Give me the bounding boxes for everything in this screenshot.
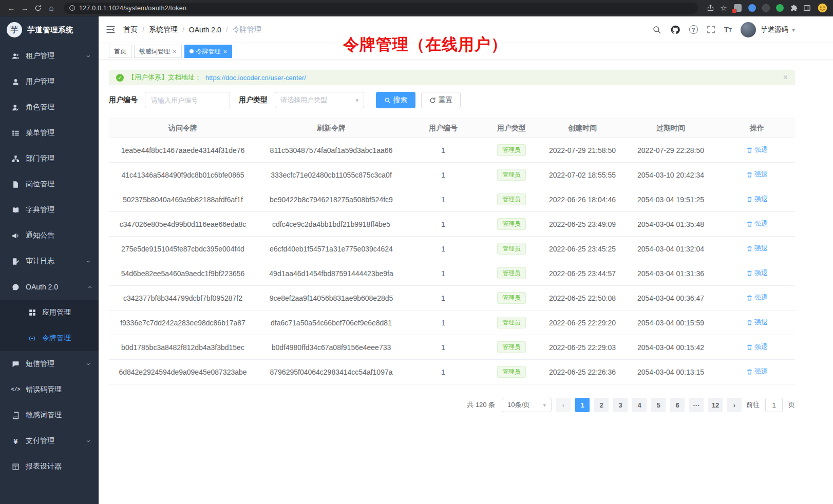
page-button-2[interactable]: 2 — [594, 398, 609, 412]
sidebar-item-dept-management[interactable]: 部门管理 — [0, 146, 99, 171]
sidebar-item-oauth2[interactable]: OAuth 2.0 › — [0, 274, 99, 300]
address-bar[interactable]: 127.0.0.1:1024/system/oauth2/token — [64, 3, 698, 14]
sidebar-item-app-management[interactable]: 应用管理 — [0, 300, 99, 325]
sidebar-item-user-management[interactable]: 用户管理 — [0, 69, 99, 94]
extension-icon-badged[interactable] — [734, 4, 742, 12]
user-type-select[interactable]: 请选择用户类型 ▾ — [275, 92, 364, 108]
browser-forward-icon[interactable]: → — [18, 2, 31, 14]
force-logout-button[interactable]: 强退 — [746, 170, 768, 179]
bookmark-star-icon[interactable]: ☆ — [717, 2, 730, 14]
force-logout-button[interactable]: 强退 — [746, 293, 768, 302]
sidebar-item-notice[interactable]: 通知公告 — [0, 223, 99, 248]
dict-book-icon — [11, 206, 20, 214]
breadcrumb-home[interactable]: 首页 — [123, 25, 138, 34]
user-id-input[interactable] — [145, 92, 230, 108]
sidebar-item-errorcode-management[interactable]: </> 错误码管理 — [0, 377, 99, 402]
force-logout-label: 强退 — [754, 145, 768, 154]
sidebar-item-token-management[interactable]: 令牌管理 — [0, 325, 99, 351]
goto-label: 前往 — [746, 400, 760, 410]
sidebar-item-label: 岗位管理 — [26, 180, 90, 189]
action-cell: 强退 — [719, 237, 795, 261]
refresh-token-cell: 8796295f04064c2983414cc54af1097a — [257, 360, 406, 384]
extension-icon-dark[interactable] — [762, 4, 770, 12]
search-icon[interactable] — [652, 25, 661, 34]
sidebar-item-label: 报表设计器 — [26, 462, 90, 471]
extension-icon-blue[interactable] — [748, 4, 756, 12]
sidebar-item-sms-management[interactable]: 短信管理 › — [0, 351, 99, 377]
font-size-icon[interactable]: TT — [724, 25, 732, 34]
more-pages-button[interactable]: ··· — [689, 398, 704, 412]
page-button-12[interactable]: 12 — [708, 398, 723, 412]
fullscreen-icon[interactable] — [707, 25, 715, 34]
avatar[interactable] — [741, 22, 756, 37]
sidebar-item-pay-management[interactable]: ¥ 支付管理 › — [0, 428, 99, 454]
sidebar-item-post-management[interactable]: 岗位管理 — [0, 171, 99, 197]
user-type-cell: 管理员 — [481, 212, 542, 237]
user-type-badge: 管理员 — [497, 341, 526, 354]
page-button-5[interactable]: 5 — [651, 398, 666, 412]
alert-text: 【用户体系】文档地址： — [128, 73, 201, 82]
page-button-4[interactable]: 4 — [632, 398, 647, 412]
user-id-cell: 1 — [406, 212, 481, 237]
next-page-button[interactable]: › — [727, 398, 742, 412]
browser-reload-icon[interactable] — [32, 2, 44, 14]
force-logout-button[interactable]: 强退 — [746, 219, 768, 228]
chevron-up-icon: › — [85, 286, 93, 288]
page-button-1[interactable]: 1 — [575, 398, 590, 412]
header-expire-time: 过期时间 — [622, 119, 719, 138]
sidebar-item-sensitive-word[interactable]: 敏感词管理 — [0, 402, 99, 428]
force-logout-button[interactable]: 强退 — [746, 268, 768, 278]
force-logout-button[interactable]: 强退 — [746, 195, 768, 204]
app-logo[interactable]: 芋 芋道管理系统 — [0, 16, 99, 43]
sidebar-item-tenant-management[interactable]: 租户管理 › — [0, 43, 99, 69]
create-time-cell: 2022-06-25 23:44:57 — [542, 261, 622, 286]
sidebar-item-report-designer[interactable]: 报表设计器 — [0, 454, 99, 479]
tab-sensitive-word[interactable]: 敏感词管理 × — [134, 45, 182, 58]
sensitive-word-icon — [11, 412, 20, 419]
sidebar-item-dict-management[interactable]: 字典管理 — [0, 197, 99, 223]
table-row: c342377bf8b344799dcbf7bf095287f2 9ce8ef2… — [109, 286, 795, 311]
prev-page-button[interactable]: ‹ — [556, 398, 571, 412]
chevron-down-icon[interactable]: ▾ — [792, 26, 795, 33]
github-icon[interactable] — [670, 25, 680, 35]
user-type-badge: 管理员 — [497, 317, 526, 329]
share-icon[interactable] — [704, 2, 716, 14]
sidebar-toggle-icon[interactable] — [106, 25, 116, 34]
sms-icon — [11, 360, 20, 368]
page-size-select[interactable]: 10条/页 ▾ — [502, 398, 552, 412]
user-type-cell: 管理员 — [481, 237, 542, 261]
extensions-puzzle-icon[interactable] — [787, 2, 800, 14]
close-icon[interactable]: × — [783, 73, 788, 82]
close-icon[interactable]: × — [223, 48, 228, 55]
breadcrumb-system[interactable]: 系统管理 — [149, 25, 178, 34]
search-button[interactable]: 搜索 — [376, 92, 415, 108]
help-icon[interactable]: ? — [689, 25, 698, 34]
side-panel-icon[interactable] — [801, 2, 813, 14]
user-name[interactable]: 芋道源码 — [761, 25, 788, 34]
reset-button[interactable]: 重置 — [421, 92, 461, 108]
force-logout-button[interactable]: 强退 — [746, 244, 768, 253]
force-logout-button[interactable]: 强退 — [746, 367, 768, 376]
force-logout-button[interactable]: 强退 — [746, 145, 768, 154]
tab-home[interactable]: 首页 — [109, 45, 131, 58]
refresh-token-cell: 49d1aa46d1454fbd87591444423be9fa — [257, 261, 406, 286]
goto-page-input[interactable] — [765, 398, 783, 412]
chevron-down-icon: ▾ — [543, 402, 546, 409]
tab-token-management[interactable]: 令牌管理 × — [184, 45, 233, 58]
browser-profile-avatar[interactable] — [817, 3, 828, 13]
doc-link[interactable]: https://doc.iocoder.cn/user-center/ — [205, 74, 306, 82]
force-logout-button[interactable]: 强退 — [746, 342, 768, 352]
site-info-icon[interactable] — [69, 5, 75, 11]
sidebar-item-role-management[interactable]: 角色管理 — [0, 94, 99, 120]
close-icon[interactable]: × — [173, 48, 177, 55]
browser-home-icon[interactable]: ⌂ — [45, 2, 58, 14]
sidebar: 芋 芋道管理系统 租户管理 › 用户管理 角色管理 菜单管理 — [0, 16, 99, 504]
breadcrumb-oauth2[interactable]: OAuth 2.0 — [189, 26, 221, 34]
sidebar-item-audit-log[interactable]: 审计日志 › — [0, 248, 99, 274]
extension-icon-green[interactable] — [776, 4, 784, 12]
force-logout-button[interactable]: 强退 — [746, 318, 768, 327]
page-button-6[interactable]: 6 — [670, 398, 685, 412]
page-button-3[interactable]: 3 — [613, 398, 628, 412]
sidebar-item-menu-management[interactable]: 菜单管理 — [0, 120, 99, 146]
browser-back-icon[interactable]: ← — [5, 2, 17, 14]
